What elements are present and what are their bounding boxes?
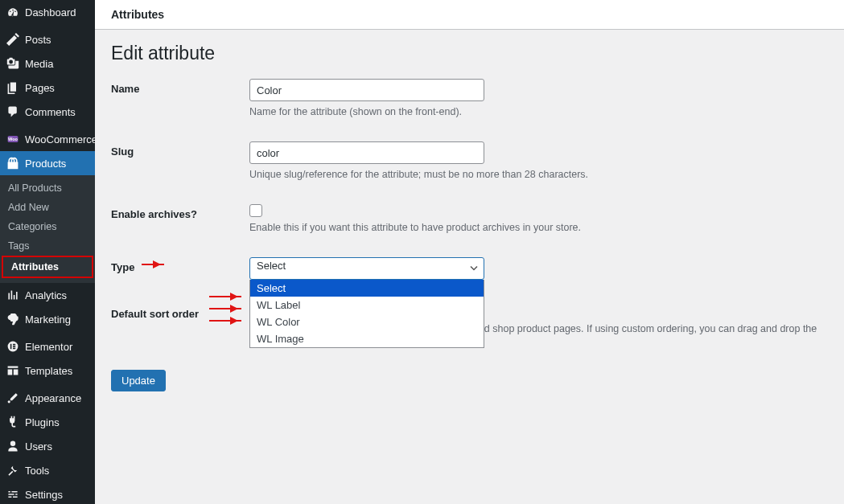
breadcrumb: Attributes xyxy=(111,8,164,21)
submenu-products: All Products Add New Categories Tags Att… xyxy=(0,175,95,283)
elementor-icon xyxy=(6,340,19,353)
annotation-arrow-wlcolor xyxy=(209,308,241,309)
name-label: Name xyxy=(111,79,249,117)
svg-rect-3 xyxy=(10,344,12,349)
slug-input[interactable] xyxy=(249,141,484,164)
sidebar-item-elementor[interactable]: Elementor xyxy=(0,334,95,359)
name-help: Name for the attribute (shown on the fro… xyxy=(249,106,828,117)
wrench-icon xyxy=(6,464,19,477)
megaphone-icon xyxy=(6,313,19,326)
user-icon xyxy=(6,440,19,453)
sidebar-label: Appearance xyxy=(25,392,81,404)
archives-label: Enable archives? xyxy=(111,204,249,233)
sidebar-item-templates[interactable]: Templates xyxy=(0,359,95,383)
sidebar-label: Settings xyxy=(25,489,63,501)
sidebar-item-appearance[interactable]: Appearance xyxy=(0,386,95,410)
woocommerce-icon: Woo xyxy=(6,133,19,145)
update-button[interactable]: Update xyxy=(111,370,166,391)
sidebar-label: Users xyxy=(25,440,52,453)
dashboard-icon xyxy=(6,6,19,18)
submenu-all-products[interactable]: All Products xyxy=(0,178,95,198)
sidebar-item-pages[interactable]: Pages xyxy=(0,76,95,100)
content-area: Attributes Edit attribute Name Name for … xyxy=(95,0,844,504)
svg-rect-5 xyxy=(13,346,15,347)
archives-help: Enable this if you want this attribute t… xyxy=(249,222,828,233)
type-select-value: Select xyxy=(257,260,286,272)
type-dropdown: Select WL Label WL Color WL Image xyxy=(249,280,484,348)
sidebar-item-marketing[interactable]: Marketing xyxy=(0,307,95,331)
sidebar-label: Pages xyxy=(25,82,55,94)
sidebar-label: WooCommerce xyxy=(25,133,97,145)
sidebar-label: Marketing xyxy=(25,313,71,326)
brush-icon xyxy=(6,391,19,404)
page-icon xyxy=(6,81,19,94)
templates-icon xyxy=(6,364,19,377)
sort-label: Default sort order xyxy=(111,304,249,346)
name-input[interactable] xyxy=(249,79,484,101)
submenu-attributes[interactable]: Attributes xyxy=(2,256,93,278)
sidebar-item-woocommerce[interactable]: Woo WooCommerce xyxy=(0,127,95,151)
type-option-wl-image[interactable]: WL Image xyxy=(250,330,484,347)
type-option-wl-label[interactable]: WL Label xyxy=(250,297,484,313)
products-icon xyxy=(6,157,19,170)
slug-help: Unique slug/reference for the attribute;… xyxy=(249,169,828,180)
type-label: Type xyxy=(111,261,134,273)
sidebar-label: Posts xyxy=(25,34,51,46)
sidebar-item-tools[interactable]: Tools xyxy=(0,458,95,482)
sidebar-label: Analytics xyxy=(25,289,67,301)
svg-rect-4 xyxy=(13,344,15,346)
sidebar-item-media[interactable]: Media xyxy=(0,51,95,76)
type-select[interactable]: Select xyxy=(249,257,484,280)
svg-rect-6 xyxy=(13,348,15,350)
sidebar-item-dashboard[interactable]: Dashboard xyxy=(0,0,95,24)
sidebar-item-analytics[interactable]: Analytics xyxy=(0,283,95,307)
svg-text:Woo: Woo xyxy=(8,137,19,141)
pin-icon xyxy=(6,33,19,46)
sidebar-label: Dashboard xyxy=(25,6,76,18)
sidebar-label: Products xyxy=(25,158,66,170)
submenu-add-new[interactable]: Add New xyxy=(0,198,95,217)
slug-label: Slug xyxy=(111,141,249,180)
sidebar-label: Elementor xyxy=(25,341,72,353)
topbar: Attributes xyxy=(95,0,844,30)
sidebar-item-products[interactable]: Products xyxy=(0,151,95,175)
annotation-arrow-wllabel xyxy=(209,296,241,297)
comment-icon xyxy=(6,105,19,118)
type-option-select[interactable]: Select xyxy=(250,280,484,297)
sidebar-label: Tools xyxy=(25,465,49,477)
type-option-wl-color[interactable]: WL Color xyxy=(250,313,484,330)
admin-sidebar: Dashboard Posts Media Pages Comments Woo… xyxy=(0,0,95,504)
sidebar-item-settings[interactable]: Settings xyxy=(0,482,95,504)
submenu-tags[interactable]: Tags xyxy=(0,236,95,256)
sidebar-label: Plugins xyxy=(25,416,60,428)
media-icon xyxy=(6,57,19,70)
annotation-arrow-wlimage xyxy=(209,320,241,322)
plug-icon xyxy=(6,416,19,428)
archives-checkbox[interactable] xyxy=(249,204,262,217)
sidebar-item-posts[interactable]: Posts xyxy=(0,27,95,51)
sidebar-label: Media xyxy=(25,58,53,70)
annotation-arrow-type xyxy=(142,264,164,265)
sliders-icon xyxy=(6,488,19,501)
sidebar-item-plugins[interactable]: Plugins xyxy=(0,410,95,434)
sidebar-label: Comments xyxy=(25,106,76,118)
sidebar-item-users[interactable]: Users xyxy=(0,434,95,458)
analytics-icon xyxy=(6,289,19,301)
page-title: Edit attribute xyxy=(111,43,828,64)
main-form: Edit attribute Name Name for the attribu… xyxy=(95,30,844,504)
sidebar-label: Templates xyxy=(25,365,72,377)
submenu-categories[interactable]: Categories xyxy=(0,217,95,236)
sidebar-item-comments[interactable]: Comments xyxy=(0,100,95,124)
